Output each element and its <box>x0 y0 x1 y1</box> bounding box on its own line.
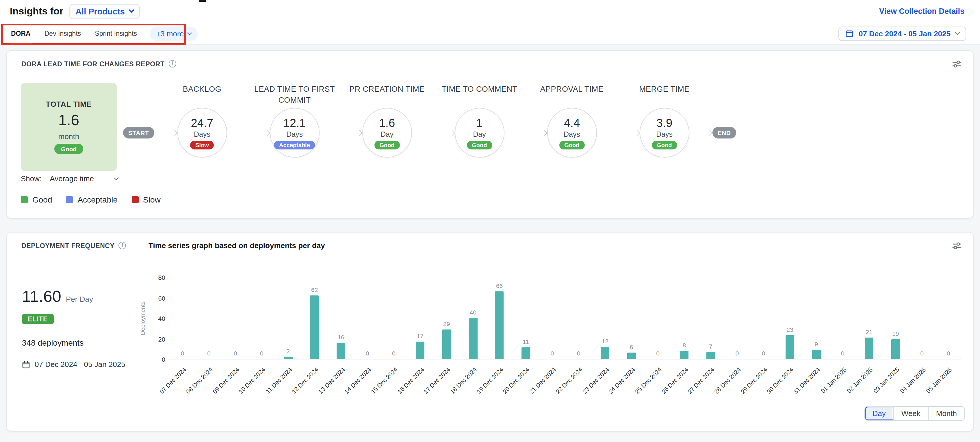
y-tick-label: 0 <box>162 355 165 364</box>
chart-column: 0 <box>565 277 592 359</box>
deployment-bar[interactable] <box>865 337 873 359</box>
chart-column: 0 <box>935 277 961 359</box>
lead-time-card-title: DORA LEAD TIME FOR CHANGES REPORT <box>21 60 165 67</box>
chart-column: 0 <box>539 277 565 359</box>
legend-item-acceptable: Acceptable <box>66 195 118 204</box>
stage-unit: Day <box>473 130 486 138</box>
end-pill: END <box>712 127 736 138</box>
legend-swatch-acceptable <box>66 196 73 203</box>
bar-value-label: 6 <box>630 343 633 350</box>
x-label-cell: 05 Jan 2025 <box>935 360 961 406</box>
bar-value-label: 0 <box>656 350 660 356</box>
tab-sprint-insights[interactable]: Sprint Insights <box>94 22 138 44</box>
chart-settings-icon[interactable] <box>952 60 961 70</box>
bar-value-label: 8 <box>683 342 686 349</box>
stage-badge: Good <box>466 141 492 149</box>
chart-column: 19 <box>882 277 908 359</box>
chart-column: 0 <box>908 277 935 359</box>
deployment-bar[interactable] <box>310 295 319 359</box>
bar-value-label: 0 <box>260 350 264 356</box>
y-axis-ticks: 020406080 <box>140 277 165 360</box>
date-range-value: 07 Dec 2024 - 05 Jan 2025 <box>859 29 951 38</box>
tab-dev-insights[interactable]: Dev Insights <box>43 22 82 44</box>
chart-column: 0 <box>354 277 380 359</box>
granularity-month-button[interactable]: Month <box>928 407 964 420</box>
chevron-down-icon <box>114 175 119 180</box>
calendar-icon <box>22 360 30 368</box>
stage-circle: 12.1 Days Acceptable <box>270 108 319 157</box>
tab-bar: DORA Dev Insights Sprint Insights +3 mor… <box>0 22 980 45</box>
bar-value-label: 17 <box>417 333 423 339</box>
deployment-bar[interactable] <box>812 350 821 359</box>
product-selector-dropdown[interactable]: All Products <box>69 4 140 19</box>
tab-dora[interactable]: DORA <box>10 22 32 44</box>
stage-badge: Acceptable <box>274 141 315 149</box>
bar-value-label: 29 <box>443 320 450 327</box>
stage-value: 3.9 <box>656 116 673 130</box>
chart-column: 16 <box>328 277 354 359</box>
lead-time-card-header: DORA LEAD TIME FOR CHANGES REPORT <box>21 60 176 68</box>
bar-value-label: 11 <box>523 338 529 345</box>
flow-arrow-icon <box>319 130 362 136</box>
total-time-badge: Good <box>55 144 83 154</box>
more-tabs-dropdown[interactable]: +3 more <box>150 26 197 41</box>
chart-column: 0 <box>380 277 407 359</box>
bar-value-label: 0 <box>366 350 369 356</box>
bar-value-label: 21 <box>866 328 872 335</box>
stage-badge: Good <box>652 141 677 149</box>
chart-column: 2 <box>275 277 301 359</box>
deployment-bar[interactable] <box>442 330 451 359</box>
chart-column: 23 <box>776 277 803 359</box>
chart-column: 29 <box>433 277 460 359</box>
show-dropdown[interactable]: Show: Average time <box>21 174 118 183</box>
chart-column: 0 <box>829 277 856 359</box>
deployment-bar[interactable] <box>891 339 900 359</box>
legend-swatch-slow <box>132 196 138 203</box>
deployment-bar[interactable] <box>495 291 504 359</box>
deployment-bar[interactable] <box>601 347 609 359</box>
view-collection-details-link[interactable]: View Collection Details <box>879 7 964 16</box>
flow-arrow-icon <box>504 130 547 136</box>
stage-label: PR CREATION TIME <box>337 84 437 95</box>
bar-value-label: 0 <box>577 350 581 356</box>
deployments-count: 348 deployments <box>22 338 126 347</box>
granularity-day-button[interactable]: Day <box>865 407 893 420</box>
page: Insights for All Products View Collectio… <box>0 0 980 442</box>
chart-column: 17 <box>407 277 433 359</box>
chart-columns: 0000262160017294066110012608700239021190… <box>169 277 961 360</box>
chart-column: 0 <box>169 277 196 359</box>
deployment-bar[interactable] <box>522 347 530 359</box>
deployment-bar[interactable] <box>337 343 345 359</box>
rate-unit: Per Day <box>66 295 93 304</box>
chart-column: 40 <box>460 277 486 359</box>
deployment-bar[interactable] <box>416 342 425 359</box>
chart-settings-icon[interactable] <box>952 242 961 252</box>
stage-badge: Slow <box>190 141 214 149</box>
lead-time-card: DORA LEAD TIME FOR CHANGES REPORT TOTAL … <box>6 50 974 219</box>
stage-circle: 4.4 Days Good <box>547 108 597 157</box>
deployment-bar[interactable] <box>680 351 689 359</box>
deployment-bar[interactable] <box>284 356 293 359</box>
info-icon[interactable] <box>119 242 126 249</box>
chart-column: 62 <box>301 277 328 359</box>
granularity-week-button[interactable]: Week <box>893 407 928 420</box>
stage-merge-time: MERGE TIME 3.9 Days Good <box>640 108 689 157</box>
deployment-bar[interactable] <box>706 352 715 359</box>
total-time-label: TOTAL TIME <box>46 100 92 108</box>
bar-value-label: 0 <box>392 350 396 356</box>
stage-unit: Day <box>380 130 393 138</box>
deployment-bar[interactable] <box>786 335 794 359</box>
stage-badge: Good <box>559 141 584 149</box>
date-range-picker[interactable]: 07 Dec 2024 - 05 Jan 2025 <box>838 26 966 41</box>
stage-unit: Days <box>194 130 210 138</box>
bar-value-label: 2 <box>286 347 290 354</box>
deployment-bar[interactable] <box>627 353 636 359</box>
info-icon[interactable] <box>169 60 176 68</box>
more-tabs-label: +3 more <box>156 29 184 38</box>
stage-value: 24.7 <box>191 116 213 130</box>
legend-label: Slow <box>143 195 161 204</box>
deployment-bar[interactable] <box>469 318 477 359</box>
flow-arrow-icon <box>227 130 270 136</box>
stage-unit: Days <box>286 130 303 138</box>
stage-label: MERGE TIME <box>614 84 714 95</box>
